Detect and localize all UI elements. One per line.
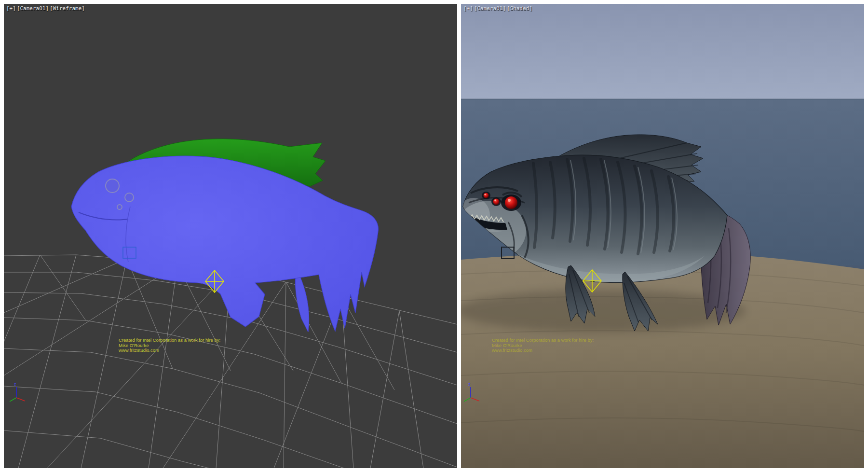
eye-highlight-mid [494, 199, 496, 201]
viewport-menu-plus[interactable]: [+] [6, 5, 16, 12]
credit-text: Created for Intel Corporation as a work … [492, 338, 594, 353]
credit-text: Created for Intel Corporation as a work … [119, 338, 220, 353]
eye-highlight-small [484, 194, 486, 195]
eye-highlight-large [508, 199, 511, 202]
viewport-menu-plus[interactable]: [+] [463, 5, 473, 12]
sky-upper [461, 4, 864, 99]
ground-plane [461, 252, 864, 468]
credit-line-3: www.fritzstudio.com [119, 348, 220, 353]
viewport-menu-bar: [+][Camera01][Shaded] [463, 5, 533, 12]
axis-z-label: z [14, 382, 16, 387]
credit-line-3: www.fritzstudio.com [492, 348, 594, 353]
viewport-right-shaded[interactable]: z [+][Camera01][Shaded] Created for Inte… [461, 4, 864, 468]
viewport-menu-bar: [+][Camera01][Wireframe] [6, 5, 86, 12]
viewport-menu-camera[interactable]: [Camera01] [17, 5, 49, 12]
axis-tripod: z [10, 382, 25, 402]
dual-viewport-workspace: z [+][Camera01][Wireframe] Created for I… [0, 0, 868, 472]
axis-z-label: z [468, 382, 471, 387]
credit-line-1: Created for Intel Corporation as a work … [492, 338, 594, 343]
credit-line-1: Created for Intel Corporation as a work … [119, 338, 220, 343]
eye-red-small [484, 193, 489, 198]
viewport-menu-shading[interactable]: [Wireframe] [50, 5, 85, 12]
fish-rear-fin-lobe[interactable] [295, 274, 309, 332]
viewport-left-wireframe[interactable]: z [+][Camera01][Wireframe] Created for I… [4, 4, 457, 468]
wireframe-canvas[interactable]: z [4, 4, 457, 468]
viewport-menu-shading[interactable]: [Shaded] [507, 5, 532, 12]
shaded-canvas[interactable]: z [461, 4, 864, 468]
eye-red-large [505, 196, 517, 209]
viewport-menu-camera[interactable]: [Camera01] [474, 5, 506, 12]
eye-red-mid [493, 199, 500, 205]
fish-shadow [461, 290, 746, 332]
